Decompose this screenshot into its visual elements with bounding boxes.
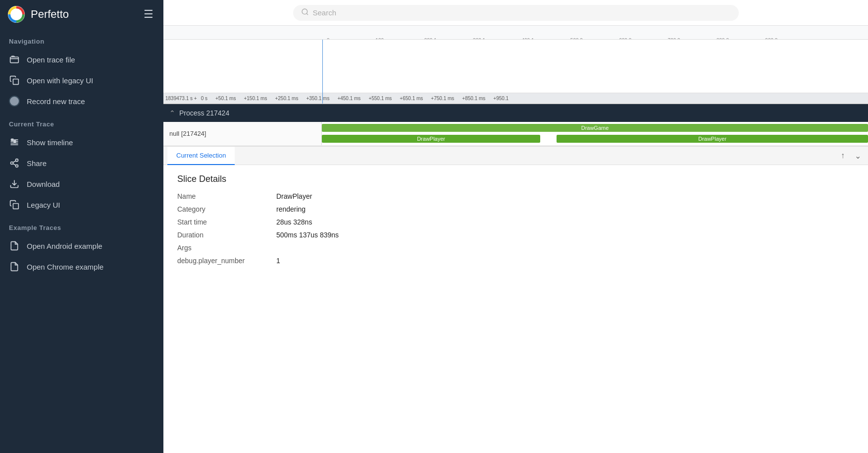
main-area: 0 s 100 ms 200.1 ms 300.1 ms 400.1 ms 50… [163, 0, 868, 453]
navigation-section-label: Navigation [0, 29, 163, 49]
svg-line-14 [13, 161, 16, 162]
slice-title: Slice Details [177, 174, 854, 184]
overview-area[interactable]: 1839473.1 s + 0 s +50.1 ms +150.1 ms +25… [163, 40, 868, 104]
drawplayer-1-label: DrawPlayer [417, 136, 445, 142]
download-label: Download [27, 180, 60, 188]
slice-details: Slice Details Name DrawPlayer Category r… [163, 165, 868, 453]
svg-point-10 [16, 159, 18, 162]
bottom-panel: Current Selection ↑ ⌄ Slice Details Name… [163, 146, 868, 453]
chevron-up-icon: ⌃ [169, 109, 175, 117]
minimap-tick-2: +150.1 ms [244, 96, 267, 101]
minimap-tick-6: +550.1 ms [368, 96, 392, 101]
minimap-tick-5: +450.1 ms [337, 96, 360, 101]
sidebar-item-open-android-example[interactable]: Open Android example [0, 235, 163, 256]
timeline-ruler: 0 s 100 ms 200.1 ms 300.1 ms 400.1 ms 50… [163, 26, 868, 40]
open-chrome-example-label: Open Chrome example [27, 263, 103, 271]
svg-point-12 [16, 165, 18, 167]
detail-key-args: Args [177, 244, 276, 252]
detail-val-starttime: 28us 328ns [276, 218, 854, 226]
sidebar-item-open-legacy-ui[interactable]: Open with legacy UI [0, 70, 163, 91]
track-label-text: null [217424] [169, 130, 206, 137]
folder-icon [9, 54, 20, 65]
example-traces-section-label: Example Traces [0, 215, 163, 235]
detail-key-starttime: Start time [177, 218, 276, 226]
minimap-tick-1: +50.1 ms [215, 96, 236, 101]
minimap-ruler: 1839473.1 s + 0 s +50.1 ms +150.1 ms +25… [163, 93, 868, 104]
perfetto-logo [7, 5, 26, 24]
svg-line-13 [13, 164, 16, 165]
search-wrap [293, 5, 739, 21]
detail-key-debug-player-number: debug.player_number [177, 257, 276, 265]
legacy-ui-label: Legacy UI [27, 201, 60, 209]
process-header[interactable]: ⌃ Process 217424 [163, 104, 868, 122]
detail-key-name: Name [177, 192, 276, 200]
share-icon [9, 158, 20, 169]
detail-val-args [276, 244, 854, 252]
chrome-example-icon [9, 261, 20, 272]
share-label: Share [27, 159, 47, 168]
detail-val-category: rendering [276, 205, 854, 213]
svg-rect-2 [10, 57, 19, 63]
show-timeline-label: Show timeline [27, 138, 73, 147]
legacy-ui-icon [9, 199, 20, 210]
download-icon [9, 178, 20, 189]
sidebar-item-share[interactable]: Share [0, 153, 163, 173]
minimap-base-label: 1839473.1 s + [165, 96, 197, 101]
drawgame-label: DrawGame [581, 125, 609, 131]
current-selection-tab-label: Current Selection [176, 152, 226, 159]
minimap-tick-4: +350.1 ms [306, 96, 329, 101]
svg-rect-3 [13, 79, 19, 85]
minimap-tick-8: +750.1 ms [431, 96, 454, 101]
open-legacy-ui-label: Open with legacy UI [27, 76, 93, 85]
table-row: null [217424] DrawGame DrawPlayer DrawPl… [163, 122, 868, 146]
open-trace-file-label: Open trace file [27, 56, 75, 64]
svg-rect-16 [13, 204, 19, 209]
svg-point-1 [14, 12, 19, 17]
bottom-actions: ↑ ⌄ [838, 149, 864, 163]
drawplayer-2-label: DrawPlayer [698, 136, 726, 142]
svg-rect-8 [11, 139, 13, 140]
drawgame-bar[interactable]: DrawGame [322, 124, 868, 132]
sidebar-header: Perfetto ☰ [0, 0, 163, 29]
detail-val-duration: 500ms 137us 839ns [276, 231, 854, 239]
bottom-tabs: Current Selection ↑ ⌄ [163, 147, 868, 165]
sidebar-item-legacy-ui[interactable]: Legacy UI [0, 194, 163, 215]
sidebar-item-open-chrome-example[interactable]: Open Chrome example [0, 256, 163, 277]
sidebar-item-record-new-trace[interactable]: Record new trace [0, 91, 163, 112]
expand-down-button[interactable]: ⌄ [852, 149, 864, 163]
open-android-example-label: Open Android example [27, 242, 102, 250]
expand-up-button[interactable]: ↑ [838, 149, 848, 162]
track-canvas[interactable]: DrawGame DrawPlayer DrawPlayer [322, 122, 868, 145]
topbar [163, 0, 868, 26]
detail-key-duration: Duration [177, 231, 276, 239]
minimap-tick-10: +950.1 [493, 96, 509, 101]
svg-rect-9 [14, 141, 15, 142]
sidebar-item-show-timeline[interactable]: Show timeline [0, 132, 163, 153]
tracks-area: null [217424] DrawGame DrawPlayer DrawPl… [163, 122, 868, 146]
android-example-icon [9, 240, 20, 251]
detail-val-name: DrawPlayer [276, 192, 854, 200]
track-label: null [217424] [163, 122, 322, 145]
minimap-tick-7: +650.1 ms [400, 96, 423, 101]
detail-val-debug-player-number: 1 [276, 257, 854, 265]
sidebar: Perfetto ☰ Navigation Open trace file Op… [0, 0, 163, 453]
record-new-trace-label: Record new trace [27, 97, 85, 106]
minimap-tick-0: 0 s [201, 96, 207, 101]
process-header-label: Process 217424 [179, 109, 229, 117]
drawplayer-bar-2[interactable]: DrawPlayer [557, 135, 868, 143]
current-trace-section-label: Current Trace [0, 112, 163, 132]
app-title: Perfetto [31, 8, 69, 21]
tab-current-selection[interactable]: Current Selection [167, 147, 235, 165]
overview-vline [322, 40, 323, 104]
search-input[interactable] [313, 8, 731, 17]
timeline-icon [9, 137, 20, 148]
copy-icon [9, 75, 20, 86]
sidebar-item-open-trace-file[interactable]: Open trace file [0, 49, 163, 70]
sidebar-item-download[interactable]: Download [0, 173, 163, 194]
svg-line-18 [306, 13, 308, 15]
drawplayer-bar-1[interactable]: DrawPlayer [322, 135, 540, 143]
detail-table: Name DrawPlayer Category rendering Start… [177, 192, 854, 265]
svg-point-11 [11, 162, 13, 165]
detail-key-category: Category [177, 205, 276, 213]
sidebar-menu-button[interactable]: ☰ [141, 6, 156, 23]
